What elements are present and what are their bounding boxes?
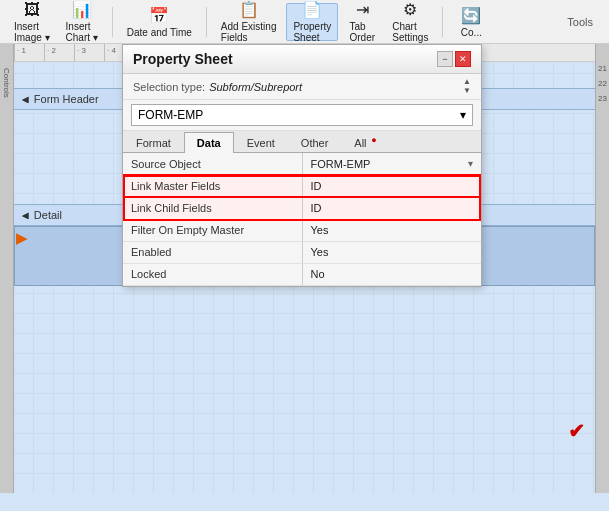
- ruler-tick-1: · 1: [14, 44, 44, 61]
- insert-chart-label: InsertChart ▾: [66, 21, 98, 43]
- sort-down-icon: ▼: [463, 87, 471, 95]
- property-sheet-btn[interactable]: 📄 PropertySheet: [286, 3, 338, 41]
- tab-all[interactable]: All ●: [341, 132, 379, 153]
- tab-event-label: Event: [247, 137, 275, 149]
- table-row-link-master: Link Master Fields ID: [123, 175, 481, 197]
- ps-tabs: Format Data Event Other All ●: [123, 131, 481, 153]
- tab-indicator: ●: [371, 135, 376, 145]
- insert-image-btn[interactable]: 🖼 InsertImage ▾: [8, 3, 56, 41]
- ps-sort-btn[interactable]: ▲ ▼: [463, 78, 471, 95]
- ruler-tick-3: · 3: [74, 44, 104, 61]
- table-row: Source Object FORM-EMP ▾: [123, 153, 481, 175]
- ps-title: Property Sheet: [133, 51, 233, 67]
- more-label: Co...: [461, 27, 482, 38]
- chart-settings-label: ChartSettings: [392, 21, 428, 43]
- field-enabled: Enabled: [123, 241, 302, 263]
- toolbar: 🖼 InsertImage ▾ 📊 InsertChart ▾ 📅 Date a…: [0, 0, 609, 44]
- ruler-tick-2: · 2: [44, 44, 74, 61]
- add-fields-label: Add ExistingFields: [221, 21, 277, 43]
- right-ruler-21: 21: [598, 64, 607, 73]
- insert-image-label: InsertImage ▾: [14, 21, 50, 43]
- table-row: Filter On Empty Master Yes: [123, 219, 481, 241]
- ps-dropdown-value: FORM-EMP: [138, 108, 203, 122]
- ps-titlebar: Property Sheet − ✕: [123, 45, 481, 74]
- ps-dropdown[interactable]: FORM-EMP ▾: [131, 104, 473, 126]
- sort-up-icon: ▲: [463, 78, 471, 86]
- tab-data-label: Data: [197, 137, 221, 149]
- separator-2: [206, 7, 207, 37]
- controls-label: Controls: [2, 68, 11, 98]
- add-fields-icon: 📋: [239, 0, 259, 19]
- ps-controls: − ✕: [437, 51, 471, 67]
- value-source-object-text: FORM-EMP: [311, 158, 371, 170]
- value-enabled[interactable]: Yes: [302, 241, 481, 263]
- more-btn[interactable]: 🔄 Co...: [451, 3, 491, 41]
- value-link-child[interactable]: ID: [302, 197, 481, 219]
- ps-table: Source Object FORM-EMP ▾ Link Master Fie…: [123, 153, 481, 286]
- date-time-btn[interactable]: 📅 Date and Time: [121, 3, 198, 41]
- ps-selection-row: Selection type: Subform/Subreport ▲ ▼: [123, 74, 481, 100]
- left-ruler: Controls: [0, 44, 14, 493]
- ps-close-btn[interactable]: ✕: [455, 51, 471, 67]
- right-ruler-23: 23: [598, 94, 607, 103]
- property-sheet-label: PropertySheet: [293, 21, 331, 43]
- right-ruler-22: 22: [598, 79, 607, 88]
- tools-section-label: Tools: [567, 16, 601, 28]
- tab-other[interactable]: Other: [288, 132, 342, 153]
- ps-table-wrapper: Source Object FORM-EMP ▾ Link Master Fie…: [123, 153, 481, 286]
- ps-minimize-btn[interactable]: −: [437, 51, 453, 67]
- table-row-link-child: Link Child Fields ID: [123, 197, 481, 219]
- field-locked: Locked: [123, 263, 302, 285]
- value-link-master[interactable]: ID: [302, 175, 481, 197]
- tab-all-label: All: [354, 137, 366, 149]
- tab-data[interactable]: Data: [184, 132, 234, 153]
- value-filter-empty[interactable]: Yes: [302, 219, 481, 241]
- field-link-child: Link Child Fields: [123, 197, 302, 219]
- tab-event[interactable]: Event: [234, 132, 288, 153]
- table-row: Enabled Yes: [123, 241, 481, 263]
- separator-3: [442, 7, 443, 37]
- ps-selection-value: Subform/Subreport: [209, 81, 302, 93]
- main-area: Controls · 1 · 2 · 3 · 4 · 5 · 6 · 7 · 8…: [0, 44, 609, 493]
- orange-left-marker: ▶: [16, 230, 27, 246]
- tab-other-label: Other: [301, 137, 329, 149]
- field-filter-empty: Filter On Empty Master: [123, 219, 302, 241]
- ps-selection-label: Selection type:: [133, 81, 205, 93]
- separator-1: [112, 7, 113, 37]
- add-existing-fields-btn[interactable]: 📋 Add ExistingFields: [215, 3, 283, 41]
- insert-chart-icon: 📊: [72, 0, 92, 19]
- date-time-label: Date and Time: [127, 27, 192, 38]
- tab-order-icon: ⇥: [356, 0, 369, 19]
- field-source-object: Source Object: [123, 153, 302, 175]
- right-ruler: 21 22 23: [595, 44, 609, 493]
- property-sheet-icon: 📄: [302, 0, 322, 19]
- ps-dropdown-row: FORM-EMP ▾: [123, 100, 481, 131]
- insert-chart-btn[interactable]: 📊 InsertChart ▾: [60, 3, 104, 41]
- tab-format-label: Format: [136, 137, 171, 149]
- tab-order-btn[interactable]: ⇥ TabOrder: [342, 3, 382, 41]
- red-cursor-marker: ✔: [568, 419, 585, 443]
- table-row: Locked No: [123, 263, 481, 285]
- source-object-expand[interactable]: ▾: [468, 158, 473, 169]
- value-source-object[interactable]: FORM-EMP ▾: [302, 153, 481, 175]
- value-locked[interactable]: No: [302, 263, 481, 285]
- property-sheet-panel: Property Sheet − ✕ Selection type: Subfo…: [122, 44, 482, 287]
- more-icon: 🔄: [461, 6, 481, 25]
- tab-format[interactable]: Format: [123, 132, 184, 153]
- tab-order-label: TabOrder: [349, 21, 375, 43]
- canvas: · 1 · 2 · 3 · 4 · 5 · 6 · 7 · 8 · 9 10 ◄…: [14, 44, 595, 493]
- field-link-master: Link Master Fields: [123, 175, 302, 197]
- form-header-label: ◄ Form Header: [20, 93, 99, 105]
- date-time-icon: 📅: [149, 6, 169, 25]
- detail-label: ◄ Detail: [20, 209, 62, 221]
- chart-settings-icon: ⚙: [403, 0, 417, 19]
- ps-dropdown-arrow: ▾: [460, 108, 466, 122]
- chart-settings-btn[interactable]: ⚙ ChartSettings: [386, 3, 434, 41]
- insert-image-icon: 🖼: [24, 1, 40, 19]
